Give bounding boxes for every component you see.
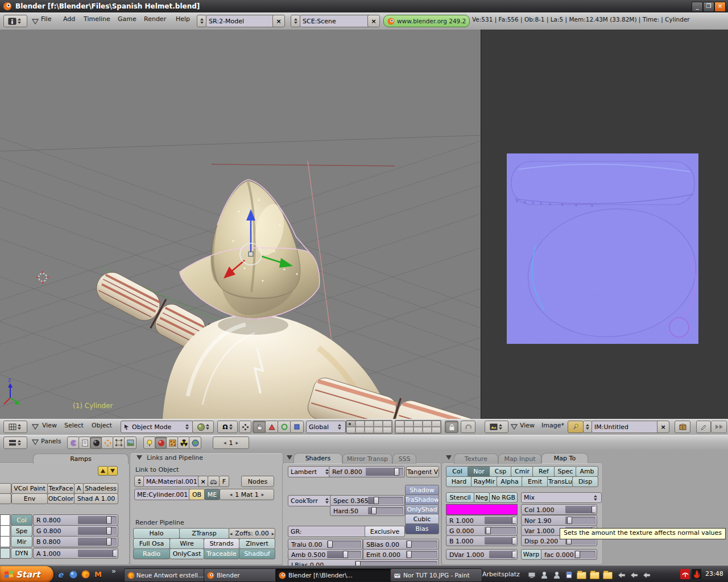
tangent-v-button[interactable]: Tangent V — [406, 466, 439, 477]
scene-browse-button[interactable] — [291, 15, 300, 27]
mapto-collapse-icon[interactable] — [446, 455, 452, 460]
ramp-down-button[interactable] — [107, 466, 118, 476]
dyn-swatch[interactable] — [0, 548, 10, 559]
paint-mode-button[interactable] — [696, 421, 711, 433]
layer-buttons-1[interactable] — [346, 420, 392, 434]
image-browse-button[interactable] — [583, 421, 592, 433]
toolbar-folder-icon2[interactable] — [590, 571, 599, 580]
amb-slider[interactable]: Amb 0.500 — [288, 549, 363, 560]
emit-slider[interactable]: Emit 0.000 — [363, 549, 439, 560]
zinvert-button[interactable]: ZInvert — [239, 538, 275, 549]
obcolor-button[interactable]: ObColor — [47, 493, 75, 504]
halo-button[interactable]: Halo — [133, 528, 180, 539]
radiosity-buttons-button[interactable] — [177, 436, 190, 449]
minimize-button[interactable]: _ — [692, 2, 703, 12]
ref-slider[interactable]: Ref 0.800 — [329, 466, 405, 477]
viewport-menu-view[interactable]: View — [42, 422, 57, 429]
links-collapse-icon[interactable] — [136, 455, 142, 460]
scale-manipulator-button[interactable] — [278, 421, 291, 433]
tab-map-input[interactable]: Map Input — [498, 454, 541, 464]
quicklaunch-sphere-icon[interactable] — [68, 569, 78, 579]
col-channel-button[interactable]: Col — [11, 514, 32, 526]
mapto-amb-button[interactable]: Amb — [576, 466, 598, 477]
mapto-cmir-button[interactable]: Cmir — [511, 466, 533, 477]
tab-ramps[interactable]: Ramps — [33, 454, 129, 464]
toolbar-folder-icon3[interactable] — [603, 571, 613, 580]
object-context-button[interactable] — [101, 436, 114, 449]
play-animation-button[interactable] — [711, 421, 727, 433]
buttons-collapse-icon[interactable] — [32, 439, 39, 445]
viewport-collapse-icon[interactable] — [32, 424, 39, 430]
3d-viewport[interactable]: z (1) Cylinder — [0, 30, 481, 419]
draw-type-selector[interactable] — [192, 421, 214, 433]
mapto-raymir-button[interactable]: RayMir — [471, 476, 498, 487]
uv-image-editor[interactable] — [481, 30, 728, 419]
logic-context-button[interactable] — [67, 436, 80, 449]
texture-buttons-button[interactable] — [166, 436, 179, 449]
close-button[interactable]: × — [714, 2, 726, 12]
lamp-buttons-button[interactable] — [143, 436, 156, 449]
normal-map-image[interactable] — [507, 153, 698, 344]
material-delete-button[interactable]: × — [198, 476, 208, 487]
mapto-disp-button[interactable]: Disp — [572, 476, 598, 487]
fake-user-button[interactable]: F — [219, 476, 229, 487]
mode-selector[interactable]: Object Mode — [121, 421, 193, 433]
traceable-button[interactable]: Traceable — [204, 548, 239, 559]
task-blender[interactable]: Blender — [204, 568, 279, 582]
tray-flame-icon[interactable] — [692, 569, 701, 579]
screen-delete-button[interactable]: × — [272, 15, 285, 27]
pack-image-button[interactable] — [675, 421, 690, 433]
material-stub-button2[interactable] — [0, 493, 11, 504]
tray-avira-icon[interactable] — [680, 569, 690, 579]
layer-buttons-2[interactable] — [395, 420, 441, 434]
menu-file[interactable]: File — [41, 15, 51, 23]
exclusive-button[interactable]: Exclusive — [365, 526, 405, 537]
script-context-button[interactable] — [78, 436, 91, 449]
viewport-menu-object[interactable]: Object — [92, 422, 112, 429]
material-browse-button[interactable] — [134, 476, 144, 487]
image-editor-type-button[interactable] — [485, 421, 508, 433]
quicklaunch-ie-icon[interactable]: e — [56, 569, 65, 579]
zoffs-field[interactable]: Zoffs: 0.00 — [229, 528, 275, 539]
toolbar-arrow-icon2[interactable] — [629, 570, 639, 580]
task-firefox[interactable]: Neue Antwort erstell... — [124, 568, 207, 582]
tralu-slider[interactable]: Tralu 0.00 — [288, 539, 363, 550]
render-border-button[interactable] — [461, 421, 475, 433]
toolbar-label[interactable]: Arbeitsplatz — [482, 571, 520, 578]
pin-image-button[interactable] — [568, 421, 584, 433]
ramp-up-button[interactable] — [98, 466, 108, 476]
quicklaunch-chevron[interactable]: » — [111, 567, 116, 575]
toolbar-user-icon2[interactable] — [552, 570, 561, 580]
shad-a-field[interactable]: Shad A 1.00 — [74, 493, 118, 504]
window-titlebar[interactable]: Blender [f:\Blender\Files\Spanish Helmet… — [0, 0, 728, 13]
scene-selector[interactable]: SCE:Scene — [300, 15, 373, 27]
auto-name-button[interactable] — [208, 476, 220, 487]
norgb-button[interactable]: No RGB — [489, 492, 518, 503]
material-stub-button[interactable] — [0, 483, 11, 494]
mapto-col-button[interactable]: Col — [446, 466, 469, 477]
stencil-button[interactable]: Stencil — [446, 492, 474, 503]
menu-help[interactable]: Help — [176, 15, 190, 23]
mirror-color-swatch[interactable] — [0, 536, 10, 547]
g-slider[interactable]: G 0.800 — [33, 525, 118, 537]
menu-add[interactable]: Add — [63, 15, 75, 23]
material-index-field[interactable]: 1 Mat 1 — [220, 489, 274, 500]
toolbar-computer-icon[interactable] — [527, 570, 536, 580]
start-button[interactable]: Start — [0, 566, 53, 582]
version-button[interactable]: www.blender.org 249.2 — [383, 15, 470, 27]
maximize-button[interactable]: ❐ — [703, 2, 714, 12]
warpfac-slider[interactable]: fac 0.000 — [541, 549, 597, 560]
mapto-alpha-button[interactable]: Alpha — [497, 476, 523, 487]
colfac-slider[interactable]: Col 1.000 — [521, 504, 597, 515]
mir-channel-button[interactable]: Mir — [11, 536, 32, 547]
lock-layers-button[interactable] — [445, 421, 458, 433]
b-slider[interactable]: B 0.800 — [33, 536, 118, 547]
shadbuf-button[interactable]: Shadbuf — [239, 548, 275, 559]
blend-mode-selector[interactable]: Mix — [521, 492, 602, 503]
sbias-slider[interactable]: SBias 0.00 — [363, 539, 439, 550]
editing-context-button[interactable] — [113, 436, 125, 449]
screen-browse-button[interactable] — [197, 15, 206, 27]
texb-slider[interactable]: B 1.000 — [446, 535, 518, 546]
frame-counter[interactable]: 1 — [213, 436, 249, 449]
image-header-collapse-icon[interactable] — [511, 424, 518, 430]
